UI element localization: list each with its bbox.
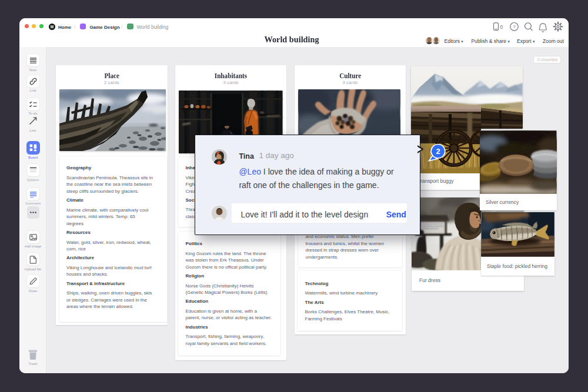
svg-text:2: 2 [436, 147, 440, 156]
svg-text:?: ? [513, 24, 516, 29]
svg-text:0: 0 [500, 24, 503, 30]
